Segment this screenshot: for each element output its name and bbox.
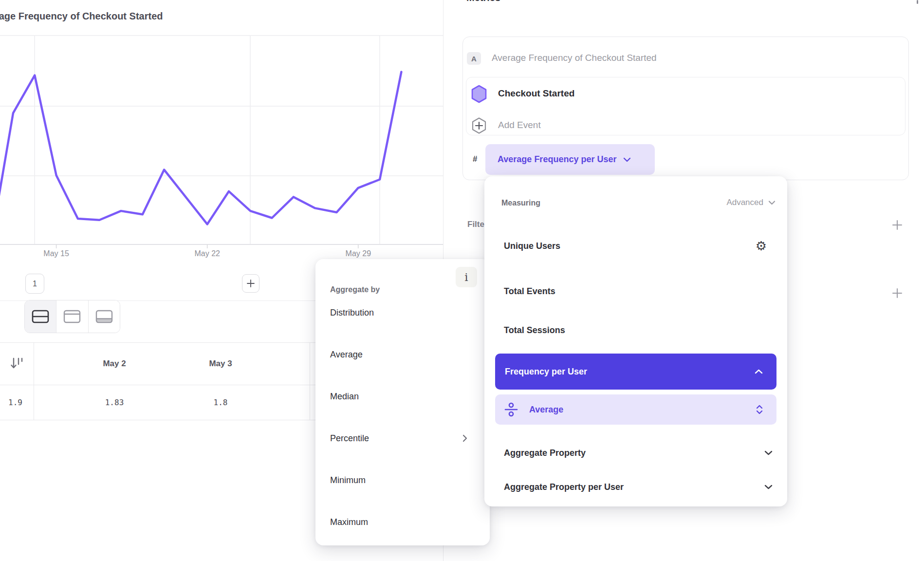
measuring-option-aggregate-property[interactable]: Aggregate Property: [484, 446, 787, 460]
x-tick-label: May 22: [178, 249, 237, 258]
split-rows-icon: [32, 310, 49, 323]
divide-icon: [504, 402, 518, 417]
menu-item-label: Frequency per User: [505, 367, 587, 377]
chevron-right-icon: [462, 434, 468, 443]
menu-item-label: Median: [330, 392, 359, 402]
insights-report-page: Average Frequency of Checkout Started Ma…: [0, 0, 924, 561]
metrics-section-header: Metrics: [466, 0, 500, 3]
add-event-label[interactable]: Add Event: [498, 120, 541, 131]
menu-item-label: Total Sessions: [504, 325, 565, 336]
x-tick-label: May 15: [27, 249, 86, 258]
advanced-mode-dropdown[interactable]: Advanced: [726, 198, 776, 207]
metric-letter-badge: A: [467, 52, 481, 65]
aggregate-option-minimum[interactable]: Minimum: [315, 473, 490, 487]
sort-icon: [10, 356, 24, 372]
table-cell-overall[interactable]: 1.9: [0, 385, 22, 420]
menu-item-label: Total Events: [504, 286, 555, 297]
measuring-menu: Measuring Advanced Unique Users⚙Total Ev…: [484, 176, 787, 506]
table-cell[interactable]: 1.83: [63, 385, 166, 420]
table-column-header[interactable]: May 3: [169, 342, 272, 385]
bottom-row-icon: [95, 310, 113, 323]
layout-toggle-group: [24, 300, 120, 333]
advanced-mode-label: Advanced: [726, 198, 763, 207]
measuring-header: Measuring: [501, 199, 540, 207]
measurement-dropdown[interactable]: Average Frequency per User: [485, 144, 655, 175]
aggregate-by-menu: Aggregate by i DistributionAverageMedian…: [315, 259, 490, 545]
measuring-option-frequency-per-user[interactable]: Frequency per User: [495, 354, 776, 390]
menu-item-label: Aggregate Property per User: [504, 482, 624, 492]
measurement-dropdown-label: Average Frequency per User: [498, 154, 616, 165]
aggregate-option-median[interactable]: Median: [315, 390, 490, 403]
layout-chart-only-button[interactable]: [56, 300, 88, 333]
sort-header-cell[interactable]: [0, 342, 34, 385]
chevron-up-down-icon: [755, 404, 764, 415]
chevron-down-icon: [623, 157, 631, 162]
chevron-down-icon: [764, 485, 773, 489]
measurement-type-symbol: #: [473, 154, 477, 164]
layout-split-view-button[interactable]: [25, 300, 56, 333]
menu-item-label: Percentile: [330, 433, 369, 444]
measuring-option-aggregate-property-per-user[interactable]: Aggregate Property per User: [484, 480, 787, 494]
layout-table-only-button[interactable]: [88, 300, 120, 333]
series-count-badge[interactable]: 1: [25, 274, 44, 294]
add-filter-button[interactable]: [890, 218, 905, 232]
aggregate-option-percentile[interactable]: Percentile: [315, 431, 490, 445]
measuring-option-total-events[interactable]: Total Events: [484, 284, 787, 299]
add-breakdown-button[interactable]: [890, 286, 905, 300]
info-icon[interactable]: i: [456, 267, 477, 287]
line-chart: [0, 0, 443, 249]
chevron-down-icon: [764, 450, 773, 455]
menu-item-label: Unique Users: [504, 241, 560, 251]
aggregate-by-header: Aggregate by: [330, 285, 380, 294]
add-metric-icon[interactable]: [917, 0, 918, 4]
chevron-up-icon: [755, 369, 763, 374]
add-annotation-button[interactable]: [242, 274, 259, 293]
aggregate-option-average[interactable]: Average: [315, 348, 490, 361]
menu-item-label: Average: [330, 350, 363, 360]
menu-item-label: Maximum: [330, 517, 368, 527]
chevron-down-icon: [768, 201, 776, 205]
event-name[interactable]: Checkout Started: [498, 88, 574, 99]
plus-icon: [246, 279, 256, 288]
gear-icon[interactable]: ⚙: [756, 240, 767, 252]
aggregate-option-maximum[interactable]: Maximum: [315, 515, 490, 529]
plus-icon: [891, 219, 903, 231]
aggregate-option-distribution[interactable]: Distribution: [315, 306, 490, 319]
x-tick-label: May 29: [329, 249, 388, 258]
menu-item-label: Aggregate Property: [504, 448, 586, 458]
menu-item-label: Average: [529, 405, 563, 415]
metric-title-input[interactable]: Average Frequency of Checkout Started: [492, 53, 657, 63]
menu-item-label: Distribution: [330, 308, 374, 318]
table-cell[interactable]: 1.8: [169, 385, 272, 420]
table-column-header[interactable]: May 2: [63, 342, 166, 385]
add-event-icon[interactable]: [471, 117, 487, 134]
chart-line-series[interactable]: [0, 72, 401, 239]
top-row-icon: [63, 310, 81, 323]
plus-icon: [891, 287, 903, 299]
menu-item-label: Minimum: [330, 475, 366, 486]
measuring-option-total-sessions[interactable]: Total Sessions: [484, 323, 787, 337]
measuring-suboption-average[interactable]: Average: [495, 394, 776, 425]
event-hexagon-icon: [470, 84, 488, 104]
table-col-border: [34, 342, 34, 420]
measuring-option-unique-users[interactable]: Unique Users⚙: [484, 239, 787, 253]
